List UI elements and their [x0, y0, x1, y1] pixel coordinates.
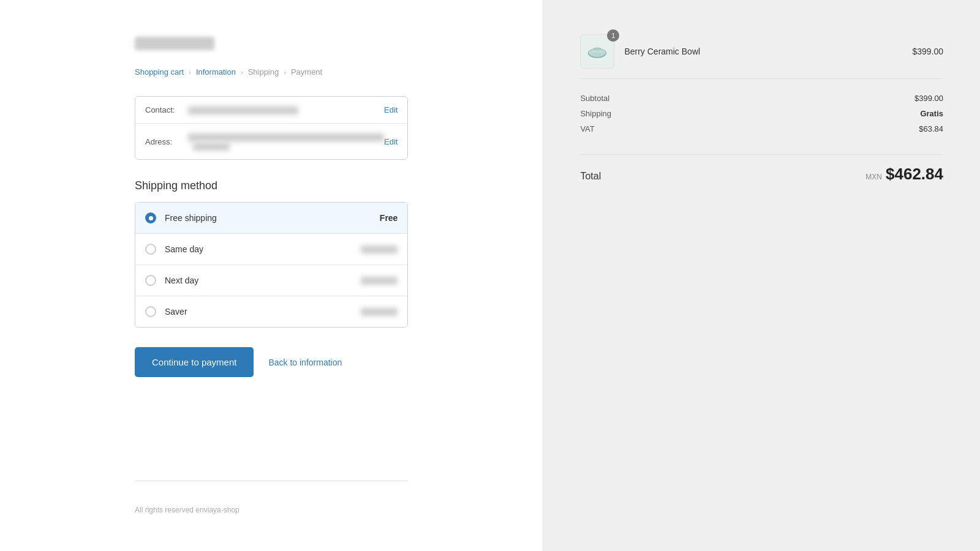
svg-point-2 — [594, 47, 601, 50]
breadcrumb-sep-2: › — [241, 69, 243, 76]
logo — [135, 37, 408, 53]
address-row: Adress: Edit — [135, 123, 407, 159]
radio-free — [145, 212, 156, 223]
shipping-row: Shipping Gratis — [580, 109, 943, 118]
continue-to-payment-button[interactable]: Continue to payment — [135, 347, 254, 377]
breadcrumb: Shopping cart › Information › Shipping ›… — [135, 67, 408, 77]
option-saver-price — [361, 308, 398, 316]
address-value-blurred-short — [193, 143, 230, 151]
cart-item: 1 Berry Ceramic Bowl $399.00 — [580, 24, 943, 79]
breadcrumb-shipping: Shipping — [248, 67, 279, 77]
action-row: Continue to payment Back to information — [135, 347, 408, 377]
subtotal-label: Subtotal — [580, 94, 609, 103]
contact-edit-link[interactable]: Edit — [384, 105, 398, 114]
shipping-options: Free shipping Free Same day Next day Sav… — [135, 202, 408, 328]
back-to-information-link[interactable]: Back to information — [268, 358, 342, 367]
bowl-svg-icon — [586, 43, 608, 60]
subtotal-value: $399.00 — [914, 94, 943, 103]
option-same-day-price — [361, 246, 398, 253]
shipping-option-next-day[interactable]: Next day — [135, 264, 407, 296]
breadcrumb-sep-3: › — [284, 69, 286, 76]
total-value: $462.84 — [886, 165, 943, 184]
breadcrumb-shopping-cart[interactable]: Shopping cart — [135, 67, 184, 77]
breadcrumb-sep-1: › — [189, 69, 191, 76]
left-panel: Shopping cart › Information › Shipping ›… — [0, 0, 543, 551]
shipping-method-title: Shipping method — [135, 179, 408, 192]
vat-row: VAT $63.84 — [580, 124, 943, 133]
cart-item-price: $399.00 — [912, 47, 943, 56]
shipping-value: Gratis — [920, 109, 943, 118]
option-same-day-name: Same day — [165, 244, 361, 254]
shipping-option-saver[interactable]: Saver — [135, 296, 407, 327]
option-next-day-price — [361, 277, 398, 285]
shipping-option-free[interactable]: Free shipping Free — [135, 203, 407, 233]
summary-rows: Subtotal $399.00 Shipping Gratis VAT $63… — [580, 89, 943, 144]
radio-next-day — [145, 275, 156, 286]
cart-item-quantity-badge: 1 — [607, 29, 619, 42]
breadcrumb-payment: Payment — [291, 67, 322, 77]
footer-text: All rights reserved enviaya-shop — [135, 506, 239, 514]
address-edit-link[interactable]: Edit — [384, 137, 398, 146]
logo-text — [135, 37, 214, 50]
total-divider — [580, 154, 943, 155]
contact-label: Contact: — [145, 105, 188, 114]
total-label: Total — [580, 171, 601, 182]
shipping-option-same-day[interactable]: Same day — [135, 233, 407, 264]
right-panel: 1 Berry Ceramic Bowl $399.00 Subtotal $3… — [543, 0, 980, 551]
total-currency: MXN — [865, 173, 882, 181]
shipping-label: Shipping — [580, 109, 611, 118]
contact-row: Contact: Edit — [135, 97, 407, 123]
contact-value — [188, 105, 384, 114]
address-value-blurred-long — [188, 133, 384, 141]
total-row: Total MXN $462.84 — [580, 165, 943, 184]
contact-value-blurred — [188, 107, 298, 114]
radio-same-day — [145, 244, 156, 255]
radio-free-inner — [149, 216, 153, 220]
vat-label: VAT — [580, 124, 594, 133]
left-footer: All rights reserved enviaya-shop — [135, 481, 408, 514]
breadcrumb-information[interactable]: Information — [196, 67, 236, 77]
address-label: Adress: — [145, 137, 188, 146]
total-value-wrap: MXN $462.84 — [865, 165, 943, 184]
option-saver-name: Saver — [165, 307, 361, 317]
option-next-day-name: Next day — [165, 276, 361, 285]
vat-value: $63.84 — [919, 124, 943, 133]
address-value — [188, 132, 384, 151]
cart-item-name: Berry Ceramic Bowl — [624, 47, 912, 56]
subtotal-row: Subtotal $399.00 — [580, 94, 943, 103]
radio-saver — [145, 306, 156, 317]
info-box: Contact: Edit Adress: Edit — [135, 96, 408, 160]
cart-item-image-wrap: 1 — [580, 34, 614, 69]
option-free-price: Free — [380, 213, 398, 223]
option-free-name: Free shipping — [165, 213, 380, 223]
